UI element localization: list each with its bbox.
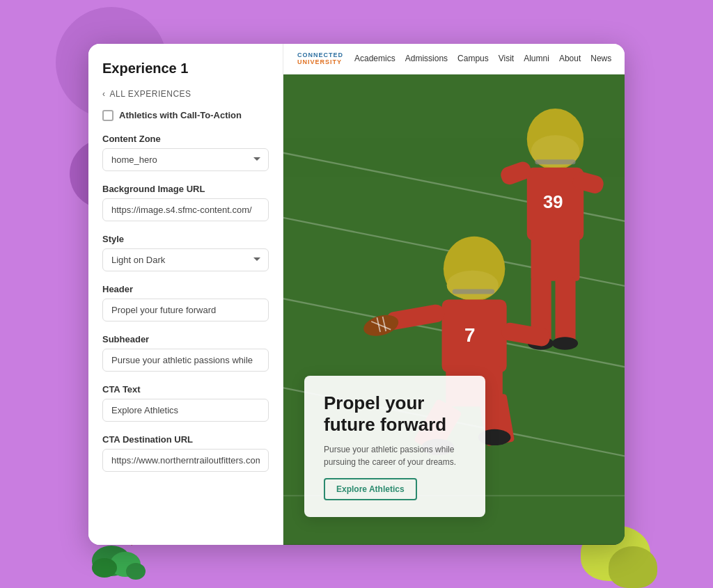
svg-text:7: 7	[464, 325, 476, 347]
subheader-input[interactable]	[102, 349, 269, 372]
back-arrow-icon: ‹	[102, 89, 106, 99]
experience-checkbox[interactable]	[102, 110, 113, 121]
svg-text:39: 39	[543, 192, 563, 212]
hero-overlay: Propel your future forward Pursue your a…	[304, 376, 485, 516]
nav-items: Academics Admissions Campus Visit Alumni…	[354, 54, 611, 63]
bg-image-group: Background Image URL	[102, 184, 269, 221]
university-nav: CONNECTED UNIVERSITY Academics Admission…	[283, 44, 625, 75]
nav-item-campus[interactable]: Campus	[457, 54, 489, 63]
svg-rect-27	[453, 289, 495, 294]
bg-image-label: Background Image URL	[102, 184, 269, 194]
panel-title: Experience 1	[102, 61, 269, 77]
content-zone-select[interactable]: home_herohome_featuresidebar	[102, 148, 269, 171]
university-logo: CONNECTED UNIVERSITY	[297, 52, 343, 66]
experience-item: Athletics with Call-To-Action	[102, 110, 269, 121]
cta-dest-input[interactable]	[102, 449, 269, 472]
content-zone-group: Content Zone home_herohome_featuresideba…	[102, 134, 269, 171]
experience-checkbox-label: Athletics with Call-To-Action	[119, 110, 242, 120]
svg-rect-18	[531, 232, 580, 281]
logo-connected-text: CONNECTED	[297, 52, 343, 59]
bg-image-input[interactable]	[102, 198, 269, 221]
nav-item-alumni[interactable]: Alumni	[524, 54, 549, 63]
nav-item-visit[interactable]: Visit	[499, 54, 514, 63]
nav-item-news[interactable]: News	[590, 54, 611, 63]
style-select[interactable]: Light on DarkDark on LightTransparent	[102, 248, 269, 271]
style-label: Style	[102, 234, 269, 244]
cta-dest-group: CTA Destination URL	[102, 434, 269, 472]
subheader-group: Subheader	[102, 334, 269, 372]
main-card: Experience 1 ‹ ALL EXPERIENCES Athletics…	[88, 44, 625, 545]
left-panel: Experience 1 ‹ ALL EXPERIENCES Athletics…	[88, 44, 283, 545]
nav-item-about[interactable]: About	[559, 54, 581, 63]
hero-title: Propel your future forward	[324, 392, 466, 436]
header-label: Header	[102, 284, 269, 294]
yellow-bush-decoration-2	[609, 546, 657, 588]
cta-text-label: CTA Text	[102, 384, 269, 395]
back-link[interactable]: ‹ ALL EXPERIENCES	[102, 89, 269, 99]
svg-rect-15	[535, 160, 575, 165]
hero-subtitle: Pursue your athletic passions while purs…	[324, 443, 466, 468]
cta-text-input[interactable]	[102, 399, 269, 422]
content-zone-label: Content Zone	[102, 134, 269, 144]
svg-point-7	[126, 563, 146, 580]
nav-item-admissions[interactable]: Admissions	[405, 54, 448, 63]
header-input[interactable]	[102, 299, 269, 321]
svg-point-22	[552, 337, 578, 351]
back-link-label: ALL EXPERIENCES	[110, 89, 191, 99]
logo-university-text: UNIVERSITY	[297, 58, 343, 65]
hero-cta-button[interactable]: Explore Athletics	[324, 478, 417, 500]
header-group: Header	[102, 284, 269, 321]
style-group: Style Light on DarkDark on LightTranspar…	[102, 234, 269, 271]
nav-item-academics[interactable]: Academics	[354, 54, 395, 63]
subheader-label: Subheader	[102, 334, 269, 344]
hero-area: 39	[283, 74, 625, 544]
svg-rect-20	[555, 277, 575, 342]
cta-text-group: CTA Text	[102, 384, 269, 422]
svg-point-26	[447, 271, 499, 300]
svg-point-2	[92, 558, 117, 578]
cta-dest-label: CTA Destination URL	[102, 434, 269, 445]
right-panel: CONNECTED UNIVERSITY Academics Admission…	[283, 44, 625, 545]
